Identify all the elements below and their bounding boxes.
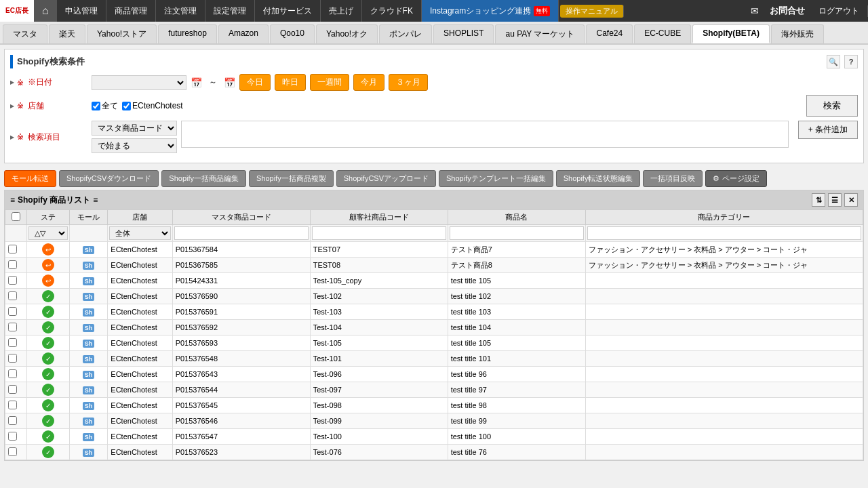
row-checkbox[interactable] [8,307,17,316]
row-category-cell [585,429,863,445]
all-checkbox-label[interactable]: 全て [92,100,118,112]
row-mall-cell: Sh [69,336,108,351]
logout-button[interactable]: ログアウト [810,5,868,17]
list-ctrl-adjust[interactable]: ⇅ [812,193,825,207]
category-filter-input[interactable] [587,226,861,240]
tab-ponpare[interactable]: ポンパレ [379,24,432,43]
row-checkbox[interactable] [8,245,17,253]
free-badge: 無料 [534,6,550,16]
keyword-row: ※検索項目 マスタ商品コード で始まる + 条件追加 [10,121,858,153]
list-header-icon-right: ≡ [93,195,98,205]
status-edit-button[interactable]: Shopify転送状態編集 [556,170,641,187]
row-master-id-cell: P015376544 [172,382,310,398]
col-checkbox [5,210,27,225]
row-checkbox[interactable] [8,260,17,269]
select-all-checkbox[interactable] [12,212,20,221]
week-button[interactable]: 一週間 [310,74,349,91]
search-icon-button[interactable]: 🔍 [827,55,840,68]
date-type-select[interactable] [92,75,186,90]
row-customer-id-cell: Test-104 [310,320,448,336]
nav-orders[interactable]: 注文管理 [156,0,205,22]
keyword-textarea[interactable] [181,121,789,148]
template-edit-button[interactable]: Shopifyテンプレート一括編集 [439,170,553,187]
mail-icon[interactable]: ✉ [745,5,764,16]
row-checkbox[interactable] [8,401,17,409]
nav-sales[interactable]: 売上げ [321,0,362,22]
row-master-id-cell: P015376523 [172,445,310,460]
tab-rakuten[interactable]: 楽天 [49,24,85,43]
master-id-filter-input[interactable] [174,226,309,240]
tab-yahoo-auction[interactable]: Yahoo!オク [316,24,378,43]
row-status-cell: ✓ [26,304,69,320]
row-master-id-cell: P015376543 [172,367,310,382]
customer-id-filter-input[interactable] [312,226,446,240]
nav-instagram[interactable]: Instagramショッピング連携 無料 [422,0,559,22]
month-button[interactable]: 今月 [353,74,384,91]
row-checkbox[interactable] [8,385,17,394]
row-checkbox[interactable] [8,416,17,425]
list-controls: ⇅ ☰ ✕ [812,193,858,207]
status-filter-select[interactable]: △▽ [28,226,68,240]
tab-master[interactable]: マスタ [3,24,47,43]
calendar-icon-start[interactable]: 📅 [191,77,202,88]
row-master-id-cell: P015376548 [172,351,310,367]
tab-aupay[interactable]: au PAY マーケット [495,24,585,43]
row-category-cell: ファッション・アクセサリー > 衣料品 > アウター > コート・ジャ [585,242,863,258]
tab-shoplist[interactable]: SHOPLIST [433,24,494,43]
nav-services[interactable]: 付加サービス [255,0,321,22]
all-checkbox[interactable] [92,102,100,110]
row-category-cell [585,304,863,320]
nav-settings[interactable]: 設定管理 [205,0,255,22]
filter-name-cell [448,225,585,242]
tab-futureshop[interactable]: futureshop [158,24,217,43]
home-button[interactable]: ⌂ [34,0,57,22]
row-category-cell [585,382,863,398]
tab-overseas[interactable]: 海外販売 [771,24,824,43]
yesterday-button[interactable]: 昨日 [275,74,306,91]
name-filter-input[interactable] [450,226,584,240]
row-mall-cell: Sh [69,445,108,460]
nav-manual[interactable]: 操作マニュアル [560,5,624,18]
row-mall-cell: Sh [69,304,108,320]
mall-badge: Sh [83,308,95,317]
product-list-section: ≡ Shopify 商品リスト ≡ ⇅ ☰ ✕ ステ モール 店舗 マスタ商品コ… [4,190,864,461]
list-ctrl-cols[interactable]: ☰ [828,193,842,207]
row-checkbox[interactable] [8,338,17,347]
row-checkbox[interactable] [8,291,17,300]
today-button[interactable]: 今日 [239,74,271,91]
nav-products[interactable]: 商品管理 [106,0,156,22]
tab-cafe24[interactable]: Cafe24 [586,24,633,43]
calendar-icon-end[interactable]: 📅 [224,77,235,88]
row-checkbox[interactable] [8,447,17,456]
reflect-item-button[interactable]: 一括項目反映 [643,170,703,187]
store-filter-select[interactable]: 全体 [109,226,170,240]
tab-shopify[interactable]: Shopify(BETA) [692,24,770,43]
csv-download-button[interactable]: ShopifyCSVダウンロード [59,170,159,187]
tab-yahoo-store[interactable]: Yahoo!ストア [87,24,157,43]
nav-cloud[interactable]: クラウドFK [362,0,422,22]
row-mall-cell: Sh [69,413,108,429]
tab-qoo10[interactable]: Qoo10 [270,24,315,43]
row-checkbox[interactable] [8,354,17,363]
row-checkbox[interactable] [8,432,17,441]
row-checkbox[interactable] [8,369,17,378]
three-month-button[interactable]: ３ヶ月 [389,74,428,91]
nav-apply[interactable]: 申込管理 [57,0,106,22]
tab-eccube[interactable]: EC-CUBE [634,24,691,43]
store-checkbox-label[interactable]: ECtenChotest [122,101,183,110]
search-button[interactable]: 検索 [806,95,858,117]
bulk-edit-button[interactable]: Shopify一括商品編集 [161,170,246,187]
bulk-copy-button[interactable]: Shopify一括商品複製 [249,170,334,187]
page-settings-button[interactable]: ⚙ ページ設定 [705,170,766,187]
csv-upload-button[interactable]: ShopifyCSVアップロード [336,170,436,187]
keyword-condition-select[interactable]: で始まる [92,138,177,153]
list-ctrl-close[interactable]: ✕ [844,193,858,207]
keyword-type-select[interactable]: マスタ商品コード [92,121,177,136]
tab-amazon[interactable]: Amazon [218,24,269,43]
mall-transfer-button[interactable]: モール転送 [4,170,56,187]
help-icon-button[interactable]: ? [844,55,858,68]
row-checkbox[interactable] [8,323,17,331]
store-checkbox[interactable] [122,102,131,110]
add-condition-button[interactable]: + 条件追加 [798,121,858,139]
row-checkbox[interactable] [8,276,17,285]
